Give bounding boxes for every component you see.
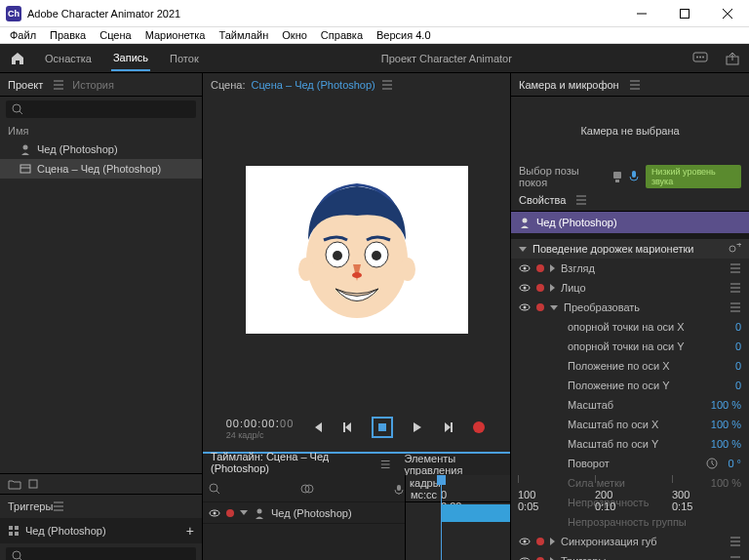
- no-camera-label: Камера не выбрана: [580, 125, 679, 137]
- tab-rig[interactable]: Оснастка: [43, 47, 94, 70]
- hamburger-icon[interactable]: [729, 536, 741, 547]
- webcam-icon[interactable]: [611, 170, 622, 183]
- home-icon[interactable]: [10, 51, 25, 66]
- menu-timeline[interactable]: Таймлайн: [213, 27, 274, 43]
- blend-icon[interactable]: [300, 483, 314, 495]
- project-item-puppet[interactable]: Чед (Photoshop): [0, 140, 202, 159]
- new-item-icon[interactable]: [27, 478, 39, 490]
- property-value[interactable]: 0: [735, 340, 741, 352]
- eye-icon[interactable]: [519, 282, 531, 294]
- mic-icon[interactable]: [393, 483, 405, 495]
- hamburger-icon[interactable]: [381, 79, 393, 91]
- tab-stream[interactable]: Поток: [168, 47, 201, 70]
- arm-icon[interactable]: [536, 284, 544, 292]
- add-trigger-button[interactable]: +: [186, 523, 194, 539]
- eye-icon[interactable]: [519, 536, 531, 547]
- property-row[interactable]: Непрозрачность группы: [511, 512, 749, 532]
- property-row[interactable]: Масштаб по оси Y100 %: [511, 434, 749, 454]
- scene-link[interactable]: Сцена – Чед (Photoshop): [252, 79, 375, 91]
- property-row[interactable]: Сила метки100 %: [511, 473, 749, 493]
- tab-record[interactable]: Запись: [111, 46, 150, 71]
- menu-file[interactable]: Файл: [4, 27, 42, 43]
- maximize-button[interactable]: [663, 0, 706, 27]
- property-value[interactable]: 0: [735, 360, 741, 372]
- project-item-scene[interactable]: Сцена – Чед (Photoshop): [0, 159, 202, 179]
- property-row[interactable]: Положение по оси Y0: [511, 376, 749, 395]
- close-button[interactable]: [706, 0, 749, 27]
- arm-icon[interactable]: [226, 509, 234, 517]
- menu-window[interactable]: Окно: [276, 27, 313, 43]
- property-row[interactable]: Лицо: [511, 278, 749, 298]
- stop-button[interactable]: [372, 417, 393, 438]
- hamburger-icon[interactable]: [729, 282, 741, 294]
- timeline-track-row[interactable]: Чед (Photoshop): [203, 502, 405, 524]
- property-row[interactable]: Взгляд: [511, 259, 749, 278]
- timeline-tracks[interactable]: кадрымс:сс 00:00 1000:05 2000:10 3000:15: [406, 475, 510, 560]
- playhead[interactable]: [441, 475, 442, 560]
- prev-frame-button[interactable]: [340, 420, 356, 435]
- property-row[interactable]: Триггеры: [511, 551, 749, 560]
- property-value[interactable]: 100 %: [711, 438, 741, 450]
- property-row[interactable]: Положение по оси X0: [511, 356, 749, 376]
- hamburger-icon[interactable]: [629, 79, 641, 91]
- property-value[interactable]: 100 %: [711, 477, 741, 489]
- search-icon[interactable]: [209, 483, 220, 495]
- property-row[interactable]: Преобразовать: [511, 298, 749, 317]
- project-search[interactable]: [6, 100, 196, 118]
- stage[interactable]: [203, 97, 510, 403]
- hamburger-icon[interactable]: [53, 79, 64, 91]
- minimize-button[interactable]: [620, 0, 663, 27]
- property-value[interactable]: 0: [735, 380, 741, 391]
- property-row[interactable]: Масштаб по оси X100 %: [511, 415, 749, 434]
- property-row[interactable]: Синхронизация губ: [511, 532, 749, 551]
- hamburger-icon[interactable]: [575, 194, 587, 206]
- hamburger-icon[interactable]: [53, 500, 64, 512]
- record-button[interactable]: [471, 420, 487, 435]
- triggers-search[interactable]: [6, 547, 196, 560]
- arm-icon[interactable]: [536, 264, 544, 272]
- eye-icon[interactable]: [519, 262, 531, 274]
- property-value[interactable]: 0: [735, 321, 741, 333]
- property-value[interactable]: 100 %: [711, 399, 741, 411]
- pose-label[interactable]: Выбор позы покоя: [519, 165, 606, 188]
- add-behavior-icon[interactable]: +: [728, 243, 741, 255]
- property-row[interactable]: Масштаб100 %: [511, 395, 749, 415]
- chat-icon[interactable]: [692, 52, 708, 65]
- hamburger-icon[interactable]: [380, 459, 390, 470]
- next-frame-button[interactable]: [440, 420, 455, 435]
- triggers-puppet-row[interactable]: Чед (Photoshop) +: [0, 518, 202, 543]
- property-value[interactable]: 0 °: [728, 458, 741, 469]
- mic-icon[interactable]: [628, 170, 639, 183]
- property-row[interactable]: Поворот0 °: [511, 454, 749, 473]
- controls-tab[interactable]: Элементы управления: [404, 453, 502, 476]
- share-icon[interactable]: [726, 52, 739, 65]
- eye-icon[interactable]: [209, 507, 220, 519]
- property-value[interactable]: 100 %: [711, 419, 741, 430]
- hamburger-icon[interactable]: [729, 555, 741, 560]
- menu-puppet[interactable]: Марионетка: [139, 27, 212, 43]
- goto-start-button[interactable]: [309, 420, 325, 435]
- eye-icon[interactable]: [519, 555, 531, 560]
- menu-edit[interactable]: Правка: [44, 27, 92, 43]
- menu-help[interactable]: Справка: [315, 27, 369, 43]
- chevron-down-icon[interactable]: [240, 510, 248, 515]
- play-button[interactable]: [409, 420, 424, 435]
- property-row[interactable]: опорной точки на оси X0: [511, 317, 749, 337]
- menu-scene[interactable]: Сцена: [94, 27, 137, 43]
- chevron-right-icon: [550, 284, 555, 292]
- history-tab[interactable]: История: [72, 79, 114, 91]
- arm-icon[interactable]: [536, 303, 544, 311]
- folder-icon[interactable]: [8, 478, 21, 490]
- property-row[interactable]: опорной точки на оси Y0: [511, 337, 749, 356]
- timeline-ruler[interactable]: кадрымс:сс 00:00 1000:05 2000:10 3000:15: [406, 475, 510, 502]
- puppet-header-row[interactable]: Чед (Photoshop): [511, 212, 749, 233]
- clock-icon[interactable]: [706, 458, 718, 469]
- eye-icon[interactable]: [519, 301, 531, 313]
- timeline-clip[interactable]: [441, 504, 510, 522]
- behavior-header[interactable]: Поведение дорожек марионетки +: [511, 239, 749, 259]
- menu-version[interactable]: Версия 4.0: [371, 27, 437, 43]
- arm-icon[interactable]: [536, 538, 544, 545]
- hamburger-icon[interactable]: [729, 262, 741, 274]
- hamburger-icon[interactable]: [729, 301, 741, 313]
- property-row[interactable]: Непрозрачность: [511, 493, 749, 512]
